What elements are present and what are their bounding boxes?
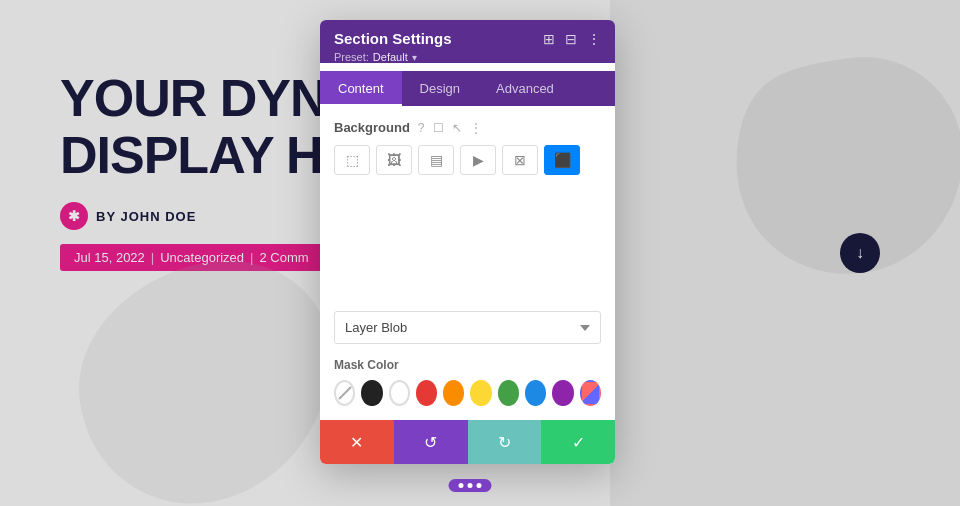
tab-content[interactable]: Content — [320, 71, 402, 106]
preset-arrow-icon: ▾ — [412, 52, 417, 63]
confirm-button[interactable]: ✓ — [541, 420, 615, 464]
panel-more-icon[interactable]: ⋮ — [587, 31, 601, 47]
bg-type-mask-button[interactable]: ⊠ — [502, 145, 538, 175]
purple-dots-indicator — [449, 479, 492, 492]
bg-type-text-button[interactable]: ▤ — [418, 145, 454, 175]
mask-color-label: Mask Color — [334, 358, 601, 372]
color-swatch-gradient[interactable] — [580, 380, 601, 406]
bg-type-video-button[interactable]: ▶ — [460, 145, 496, 175]
panel-preset: Preset: Default ▾ — [334, 51, 601, 63]
panel-collapse-icon[interactable]: ⊟ — [565, 31, 577, 47]
color-swatch-transparent[interactable] — [334, 380, 355, 406]
color-swatches — [334, 380, 601, 406]
dot-2 — [468, 483, 473, 488]
panel-fullscreen-icon[interactable]: ⊞ — [543, 31, 555, 47]
color-swatch-black[interactable] — [361, 380, 382, 406]
cancel-button[interactable]: ✕ — [320, 420, 394, 464]
panel-header: Section Settings ⊞ ⊟ ⋮ Preset: Default ▾ — [320, 20, 615, 63]
preset-value: Default — [373, 51, 408, 63]
undo-button[interactable]: ↺ — [394, 420, 468, 464]
background-label: Background — [334, 120, 410, 135]
panel-actions: ✕ ↺ ↻ ✓ — [320, 420, 615, 464]
panel-title-row: Section Settings ⊞ ⊟ ⋮ — [334, 30, 601, 47]
color-swatch-white[interactable] — [389, 380, 410, 406]
background-more-icon[interactable]: ⋮ — [470, 121, 482, 135]
bg-type-gradient-button[interactable]: ⬛ — [544, 145, 580, 175]
redo-button[interactable]: ↻ — [468, 420, 542, 464]
panel-title: Section Settings — [334, 30, 452, 47]
bg-type-none-button[interactable]: ⬚ — [334, 145, 370, 175]
color-swatch-yellow[interactable] — [470, 380, 491, 406]
settings-panel: Section Settings ⊞ ⊟ ⋮ Preset: Default ▾… — [320, 20, 615, 464]
svg-line-0 — [339, 387, 351, 399]
background-device-icon[interactable]: ☐ — [433, 121, 444, 135]
bg-type-image-button[interactable]: 🖼 — [376, 145, 412, 175]
panel-tabs: Content Design Advanced — [320, 71, 615, 106]
panel-body: Background ? ☐ ↖ ⋮ ⬚ 🖼 ▤ ▶ ⊠ ⬛ Layer Blo… — [320, 106, 615, 420]
color-swatch-orange[interactable] — [443, 380, 464, 406]
layer-select-row: Layer Blob — [334, 311, 601, 344]
dot-3 — [477, 483, 482, 488]
background-cursor-icon[interactable]: ↖ — [452, 121, 462, 135]
preset-label: Preset: — [334, 51, 369, 63]
layer-select[interactable]: Layer Blob — [334, 311, 601, 344]
tab-advanced[interactable]: Advanced — [478, 71, 572, 106]
panel-header-icons: ⊞ ⊟ ⋮ — [543, 31, 601, 47]
color-swatch-purple[interactable] — [552, 380, 573, 406]
color-swatch-red[interactable] — [416, 380, 437, 406]
background-help-icon[interactable]: ? — [418, 121, 425, 135]
tab-design[interactable]: Design — [402, 71, 478, 106]
background-section-header: Background ? ☐ ↖ ⋮ — [334, 120, 601, 135]
color-swatch-blue[interactable] — [525, 380, 546, 406]
color-swatch-green[interactable] — [498, 380, 519, 406]
background-preview-area — [334, 191, 601, 311]
background-type-row: ⬚ 🖼 ▤ ▶ ⊠ ⬛ — [334, 145, 601, 175]
dot-1 — [459, 483, 464, 488]
